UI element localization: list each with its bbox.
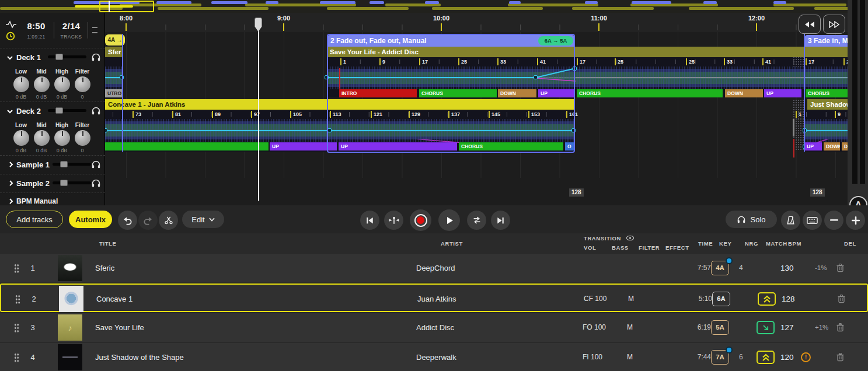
cut-button[interactable]	[159, 211, 178, 230]
track-bpm[interactable]: 127	[780, 313, 794, 342]
deck1-low-knob[interactable]	[13, 76, 29, 92]
track-bpm[interactable]: 130	[780, 254, 794, 282]
automation-point[interactable]	[534, 75, 538, 79]
drag-handle[interactable]	[14, 353, 19, 362]
headphones-icon[interactable]	[91, 160, 101, 169]
deck2-header[interactable]: Deck 2	[0, 103, 105, 119]
volume-automation-line[interactable]	[327, 77, 536, 78]
deck1-mid-knob[interactable]	[34, 76, 50, 92]
automix-button[interactable]: Automix	[69, 211, 112, 228]
automation-point[interactable]	[573, 66, 577, 71]
keyboard-shortcuts-button[interactable]	[803, 211, 822, 230]
bpm-marker[interactable]: 128	[569, 188, 584, 197]
skip-to-start-button[interactable]	[360, 211, 379, 230]
transition-vol[interactable]: CF 100	[584, 285, 606, 313]
record-button[interactable]	[410, 209, 431, 231]
metronome-button[interactable]	[781, 211, 800, 230]
transition-vol[interactable]: FO 100	[583, 313, 606, 342]
track2-title-bar[interactable]: Concave 1 - Juan Atkins	[105, 99, 575, 110]
play-button[interactable]	[438, 209, 460, 231]
minimap-track-bar	[327, 7, 409, 10]
automation-point[interactable]	[571, 128, 576, 132]
deck2-filter-knob[interactable]	[75, 130, 90, 146]
delete-track-button[interactable]	[837, 294, 846, 304]
deck1-filter-knob[interactable]	[75, 76, 90, 92]
redo-button[interactable]	[138, 211, 158, 230]
sample1-header[interactable]: Sample 1	[0, 156, 105, 173]
track1-title-bar[interactable]: Sfer	[105, 47, 123, 57]
sample2-label: Sample 2	[16, 179, 50, 188]
deck2-mid-knob[interactable]	[34, 130, 50, 146]
minimap-viewport[interactable]	[99, 1, 154, 12]
time-ruler[interactable]: 8:00 9:00 10:00 11:00 12:00	[105, 13, 848, 32]
automation-point[interactable]	[327, 128, 332, 132]
track-row-1[interactable]: 1 Sferic DeepChord 7:57 4A 4 130 -1%	[0, 254, 868, 282]
drag-handle[interactable]	[14, 323, 19, 332]
deck2-high-knob[interactable]	[54, 130, 70, 146]
deck1-high-knob[interactable]	[54, 76, 70, 92]
track-bpm[interactable]: 120	[780, 343, 794, 371]
deck2-low-knob[interactable]	[13, 130, 29, 146]
key-badge[interactable]: 5A	[711, 320, 729, 335]
edit-menu-button[interactable]: Edit	[182, 211, 224, 228]
track-row-2-selected[interactable]: 2 Concave 1 Juan Atkins CF 100 M 5:10 6A…	[0, 284, 868, 312]
playhead[interactable]	[258, 18, 259, 201]
match-badge-up[interactable]	[758, 292, 776, 306]
transition-bass[interactable]: M	[627, 343, 633, 371]
skip-to-end-button[interactable]	[491, 211, 510, 230]
chevron-down-icon	[209, 218, 215, 222]
vertical-scrollbar[interactable]	[848, 0, 868, 205]
minimap-transition-bar	[632, 1, 671, 4]
loop-button[interactable]	[467, 211, 486, 230]
key-badge[interactable]: 6A	[712, 292, 730, 306]
jump-forward-button[interactable]	[823, 15, 845, 34]
drag-handle[interactable]	[15, 295, 20, 304]
deck1-volume-slider[interactable]	[48, 55, 86, 58]
transition-bass[interactable]: M	[627, 313, 633, 342]
timeline-minimap[interactable]	[0, 0, 868, 13]
transition3-clip-header[interactable]: 3 Fade in, M	[804, 35, 848, 47]
sample1-volume-slider[interactable]	[53, 163, 91, 166]
knob-label-mid: Mid	[32, 68, 51, 75]
arrangement-timeline[interactable]: 8:00 9:00 10:00 11:00 12:00 2 Fade out, …	[105, 13, 848, 205]
match-badge-down[interactable]	[757, 321, 775, 334]
match-badge-up[interactable]	[757, 351, 775, 364]
sample2-volume-slider[interactable]	[53, 181, 91, 184]
drag-handle[interactable]	[14, 264, 19, 273]
automation-point[interactable]	[325, 75, 329, 79]
deck1-header[interactable]: Deck 1	[0, 49, 105, 65]
jump-back-button[interactable]	[799, 15, 821, 34]
zoom-out-button[interactable]	[824, 211, 843, 230]
solo-button[interactable]: Solo	[726, 211, 777, 228]
track-bpm[interactable]: 128	[782, 285, 795, 313]
volume-automation-line[interactable]	[105, 130, 575, 131]
volume-automation-line[interactable]	[804, 77, 848, 78]
automation-point[interactable]	[105, 128, 107, 132]
delete-track-button[interactable]	[836, 323, 845, 332]
transition-vol[interactable]: FI 100	[583, 343, 602, 371]
track-row-4[interactable]: 4 Just Shadow of the Shape Deeperwalk FI…	[0, 343, 868, 371]
headphones-icon[interactable]	[91, 106, 101, 115]
stats-menu-button[interactable]	[92, 24, 100, 36]
headphones-icon[interactable]	[91, 52, 101, 61]
undo-button[interactable]	[118, 211, 137, 230]
zoom-in-button[interactable]	[846, 211, 865, 230]
deck2-volume-slider[interactable]	[48, 109, 86, 112]
edit-label: Edit	[191, 215, 204, 224]
track4-title-bar[interactable]: Just Shadow	[807, 99, 848, 110]
minimap-transition-bar	[509, 1, 521, 4]
sample2-header[interactable]: Sample 2	[0, 175, 105, 191]
headphones-icon[interactable]	[91, 178, 101, 187]
transition-bass[interactable]: M	[628, 285, 634, 313]
minimap-track-bar	[689, 7, 794, 10]
add-tracks-button[interactable]: Add tracks	[6, 211, 63, 228]
volume-automation-line[interactable]	[804, 130, 848, 131]
locate-playhead-button[interactable]	[384, 211, 403, 230]
delete-track-button[interactable]	[836, 263, 845, 273]
track-title: Just Shadow of the Shape	[95, 343, 184, 371]
track-row-3[interactable]: 3 ♪ Save Your Life Addict Disc FO 100 M …	[0, 313, 868, 342]
eye-icon[interactable]	[626, 235, 635, 241]
track3-title-bar[interactable]: Save Your Life - Addict Disc	[327, 47, 848, 57]
bpm-marker[interactable]: 128	[810, 188, 825, 197]
delete-track-button[interactable]	[836, 352, 845, 362]
